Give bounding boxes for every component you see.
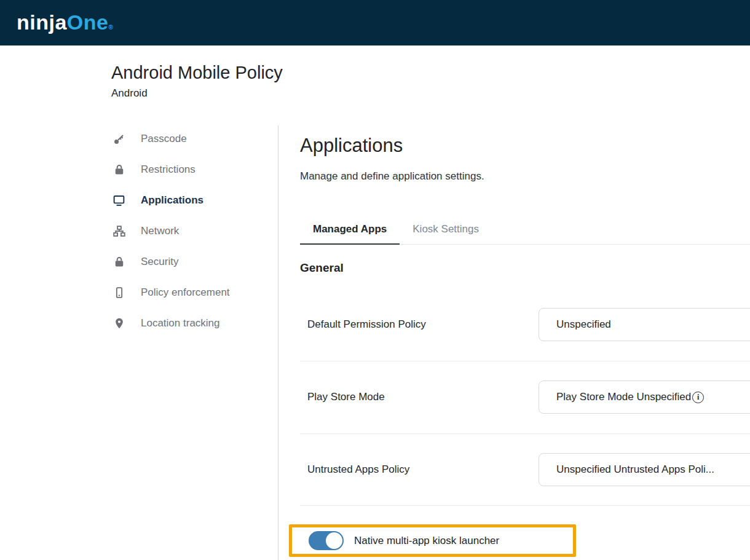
row-separator <box>300 433 750 434</box>
select-value: Unspecified <box>556 318 611 331</box>
sidebar-item-applications[interactable]: Applications <box>112 185 266 216</box>
info-icon[interactable]: i <box>692 392 704 403</box>
select-value: Play Store Mode Unspecified <box>556 391 691 403</box>
tab-kiosk-settings[interactable]: Kiosk Settings <box>400 219 492 245</box>
page-title: Android Mobile Policy <box>111 63 283 83</box>
smartphone-icon <box>112 286 125 299</box>
toggle-knob <box>326 532 342 549</box>
sidebar-item-label: Security <box>141 256 178 268</box>
general-heading: General <box>300 261 344 275</box>
app-header: ninjaOne® <box>0 0 750 45</box>
lock-icon <box>112 164 125 176</box>
monitor-icon <box>112 194 125 207</box>
page-subtitle: Android <box>111 87 148 100</box>
kiosk-launcher-toggle-label: Native multi-app kiosk launcher <box>354 535 499 547</box>
field-label-default-permission-policy: Default Permission Policy <box>307 317 426 332</box>
sidebar-item-policy-enforcement[interactable]: Policy enforcement <box>112 277 266 308</box>
kiosk-launcher-toggle[interactable] <box>309 531 344 550</box>
lock-icon <box>112 256 125 269</box>
sidebar-item-label: Network <box>141 225 179 237</box>
row-separator <box>300 361 750 361</box>
section-title: Applications <box>300 135 403 157</box>
sidebar-item-security[interactable]: Security <box>112 246 266 277</box>
sidebar-item-label: Restrictions <box>141 164 195 176</box>
tab-managed-apps[interactable]: Managed Apps <box>300 219 400 245</box>
key-icon <box>112 133 125 146</box>
sidebar-item-restrictions[interactable]: Restrictions <box>112 154 266 185</box>
applications-tabbar: Managed Apps Kiosk Settings <box>300 219 750 245</box>
content-divider <box>278 125 278 560</box>
sidebar-item-label: Applications <box>141 194 203 207</box>
registered-mark: ® <box>108 24 113 31</box>
logo-text-secondary: One <box>67 10 109 34</box>
section-description: Manage and define application settings. <box>300 170 484 183</box>
annotation-highlight-box: Native multi-app kiosk launcher <box>289 524 576 557</box>
field-label-untrusted-apps-policy: Untrusted Apps Policy <box>307 462 409 477</box>
sidebar-item-location-tracking[interactable]: Location tracking <box>112 308 266 339</box>
play-store-mode-select[interactable]: Play Store Mode Unspecified i <box>539 381 750 414</box>
sidebar-item-network[interactable]: Network <box>112 216 266 246</box>
network-icon <box>112 225 125 238</box>
row-separator <box>300 505 750 506</box>
location-pin-icon <box>112 317 125 330</box>
sidebar-item-passcode[interactable]: Passcode <box>112 124 266 154</box>
policy-sidebar: Passcode Restrictions Applications <box>112 124 266 339</box>
sidebar-item-label: Passcode <box>141 133 187 145</box>
logo-text-primary: ninja <box>17 10 67 34</box>
sidebar-item-label: Location tracking <box>141 317 220 329</box>
untrusted-apps-policy-select[interactable]: Unspecified Untrusted Apps Poli... <box>539 453 750 486</box>
sidebar-item-label: Policy enforcement <box>141 286 230 299</box>
ninjaone-logo: ninjaOne® <box>17 10 113 34</box>
default-permission-policy-select[interactable]: Unspecified <box>539 308 750 341</box>
select-value: Unspecified Untrusted Apps Poli... <box>556 463 714 476</box>
field-label-play-store-mode: Play Store Mode <box>307 390 385 404</box>
